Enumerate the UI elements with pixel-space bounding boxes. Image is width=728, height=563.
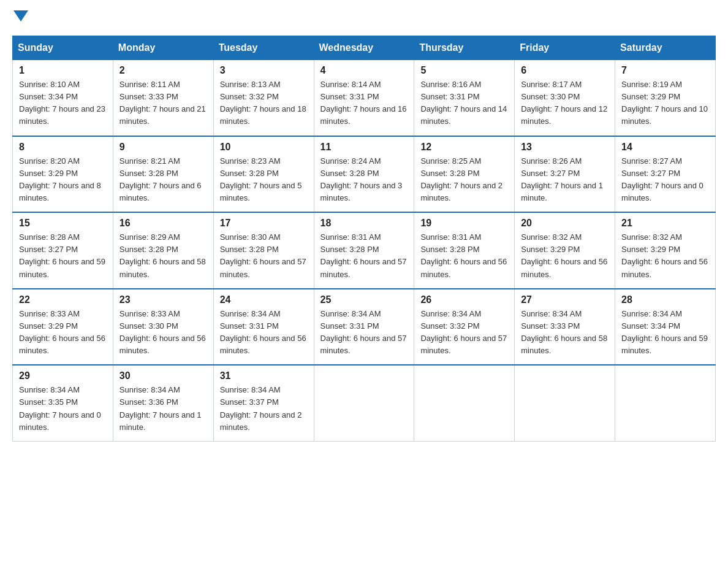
day-number: 12 xyxy=(420,142,508,153)
day-info: Sunrise: 8:26 AMSunset: 3:27 PMDaylight:… xyxy=(521,156,603,202)
day-of-week-header: Thursday xyxy=(414,36,515,60)
calendar-day-cell: 28 Sunrise: 8:34 AMSunset: 3:34 PMDaylig… xyxy=(615,289,716,366)
calendar-week-row: 15 Sunrise: 8:28 AMSunset: 3:27 PMDaylig… xyxy=(13,212,716,289)
day-info: Sunrise: 8:31 AMSunset: 3:28 PMDaylight:… xyxy=(420,232,507,278)
calendar-body: 1 Sunrise: 8:10 AMSunset: 3:34 PMDayligh… xyxy=(13,60,716,442)
day-number: 4 xyxy=(320,65,408,76)
day-of-week-header: Wednesday xyxy=(314,36,414,60)
day-info: Sunrise: 8:34 AMSunset: 3:36 PMDaylight:… xyxy=(119,385,202,431)
calendar-day-cell: 1 Sunrise: 8:10 AMSunset: 3:34 PMDayligh… xyxy=(13,60,113,136)
day-of-week-header: Saturday xyxy=(615,36,716,60)
day-number: 28 xyxy=(621,294,709,305)
day-number: 31 xyxy=(220,370,308,381)
day-info: Sunrise: 8:34 AMSunset: 3:31 PMDaylight:… xyxy=(320,309,407,355)
day-of-week-header: Sunday xyxy=(13,36,113,60)
day-info: Sunrise: 8:24 AMSunset: 3:28 PMDaylight:… xyxy=(320,156,403,202)
day-info: Sunrise: 8:23 AMSunset: 3:28 PMDaylight:… xyxy=(220,156,302,202)
day-of-week-header: Monday xyxy=(113,36,213,60)
calendar-day-cell: 20 Sunrise: 8:32 AMSunset: 3:29 PMDaylig… xyxy=(515,212,615,289)
day-info: Sunrise: 8:19 AMSunset: 3:29 PMDaylight:… xyxy=(621,80,708,126)
day-number: 24 xyxy=(220,294,308,305)
calendar-day-cell: 9 Sunrise: 8:21 AMSunset: 3:28 PMDayligh… xyxy=(113,136,213,213)
page-header xyxy=(12,12,716,23)
day-number: 11 xyxy=(320,142,408,153)
day-info: Sunrise: 8:21 AMSunset: 3:28 PMDaylight:… xyxy=(119,156,202,202)
day-info: Sunrise: 8:14 AMSunset: 3:31 PMDaylight:… xyxy=(320,80,407,126)
calendar-week-row: 1 Sunrise: 8:10 AMSunset: 3:34 PMDayligh… xyxy=(13,60,716,136)
day-info: Sunrise: 8:34 AMSunset: 3:31 PMDaylight:… xyxy=(220,309,306,355)
calendar-day-cell: 18 Sunrise: 8:31 AMSunset: 3:28 PMDaylig… xyxy=(314,212,414,289)
calendar-day-cell: 13 Sunrise: 8:26 AMSunset: 3:27 PMDaylig… xyxy=(515,136,615,213)
calendar-day-cell: 7 Sunrise: 8:19 AMSunset: 3:29 PMDayligh… xyxy=(615,60,716,136)
day-number: 27 xyxy=(521,294,609,305)
calendar-day-cell: 4 Sunrise: 8:14 AMSunset: 3:31 PMDayligh… xyxy=(314,60,414,136)
day-number: 21 xyxy=(621,218,709,229)
calendar-day-cell xyxy=(414,365,515,441)
day-number: 2 xyxy=(119,65,207,76)
logo xyxy=(12,12,28,23)
calendar-day-cell: 21 Sunrise: 8:32 AMSunset: 3:29 PMDaylig… xyxy=(615,212,716,289)
calendar-day-cell: 5 Sunrise: 8:16 AMSunset: 3:31 PMDayligh… xyxy=(414,60,515,136)
day-info: Sunrise: 8:34 AMSunset: 3:32 PMDaylight:… xyxy=(420,309,507,355)
day-info: Sunrise: 8:34 AMSunset: 3:34 PMDaylight:… xyxy=(621,309,708,355)
calendar-week-row: 8 Sunrise: 8:20 AMSunset: 3:29 PMDayligh… xyxy=(13,136,716,213)
day-info: Sunrise: 8:33 AMSunset: 3:30 PMDaylight:… xyxy=(119,309,206,355)
day-number: 1 xyxy=(19,65,107,76)
calendar-day-cell: 23 Sunrise: 8:33 AMSunset: 3:30 PMDaylig… xyxy=(113,289,213,366)
calendar-day-cell: 17 Sunrise: 8:30 AMSunset: 3:28 PMDaylig… xyxy=(213,212,314,289)
day-info: Sunrise: 8:34 AMSunset: 3:35 PMDaylight:… xyxy=(19,385,101,431)
day-info: Sunrise: 8:30 AMSunset: 3:28 PMDaylight:… xyxy=(220,232,306,278)
calendar-day-cell: 6 Sunrise: 8:17 AMSunset: 3:30 PMDayligh… xyxy=(515,60,615,136)
day-number: 30 xyxy=(119,370,207,381)
day-number: 29 xyxy=(19,370,107,381)
day-info: Sunrise: 8:13 AMSunset: 3:32 PMDaylight:… xyxy=(220,80,306,126)
day-number: 20 xyxy=(521,218,609,229)
calendar-day-cell xyxy=(515,365,615,441)
day-info: Sunrise: 8:32 AMSunset: 3:29 PMDaylight:… xyxy=(621,232,708,278)
calendar-day-cell: 14 Sunrise: 8:27 AMSunset: 3:27 PMDaylig… xyxy=(615,136,716,213)
day-info: Sunrise: 8:34 AMSunset: 3:33 PMDaylight:… xyxy=(521,309,607,355)
calendar-header: SundayMondayTuesdayWednesdayThursdayFrid… xyxy=(13,36,716,60)
day-number: 6 xyxy=(521,65,609,76)
calendar-day-cell: 3 Sunrise: 8:13 AMSunset: 3:32 PMDayligh… xyxy=(213,60,314,136)
calendar-day-cell: 30 Sunrise: 8:34 AMSunset: 3:36 PMDaylig… xyxy=(113,365,213,441)
calendar-day-cell: 22 Sunrise: 8:33 AMSunset: 3:29 PMDaylig… xyxy=(13,289,113,366)
day-number: 22 xyxy=(19,294,107,305)
calendar-day-cell: 19 Sunrise: 8:31 AMSunset: 3:28 PMDaylig… xyxy=(414,212,515,289)
day-info: Sunrise: 8:17 AMSunset: 3:30 PMDaylight:… xyxy=(521,80,607,126)
day-number: 26 xyxy=(420,294,508,305)
day-of-week-header: Tuesday xyxy=(213,36,314,60)
day-info: Sunrise: 8:27 AMSunset: 3:27 PMDaylight:… xyxy=(621,156,703,202)
day-info: Sunrise: 8:31 AMSunset: 3:28 PMDaylight:… xyxy=(320,232,407,278)
day-info: Sunrise: 8:11 AMSunset: 3:33 PMDaylight:… xyxy=(119,80,206,126)
calendar-week-row: 22 Sunrise: 8:33 AMSunset: 3:29 PMDaylig… xyxy=(13,289,716,366)
logo-triangle-icon xyxy=(13,10,28,21)
calendar-day-cell: 10 Sunrise: 8:23 AMSunset: 3:28 PMDaylig… xyxy=(213,136,314,213)
day-info: Sunrise: 8:33 AMSunset: 3:29 PMDaylight:… xyxy=(19,309,105,355)
day-info: Sunrise: 8:10 AMSunset: 3:34 PMDaylight:… xyxy=(19,80,105,126)
day-number: 15 xyxy=(19,218,107,229)
day-info: Sunrise: 8:34 AMSunset: 3:37 PMDaylight:… xyxy=(220,385,302,431)
day-number: 23 xyxy=(119,294,207,305)
calendar-day-cell xyxy=(314,365,414,441)
calendar-day-cell: 29 Sunrise: 8:34 AMSunset: 3:35 PMDaylig… xyxy=(13,365,113,441)
day-number: 25 xyxy=(320,294,408,305)
day-info: Sunrise: 8:25 AMSunset: 3:28 PMDaylight:… xyxy=(420,156,502,202)
day-number: 16 xyxy=(119,218,207,229)
day-info: Sunrise: 8:20 AMSunset: 3:29 PMDaylight:… xyxy=(19,156,101,202)
day-info: Sunrise: 8:32 AMSunset: 3:29 PMDaylight:… xyxy=(521,232,607,278)
calendar-day-cell: 12 Sunrise: 8:25 AMSunset: 3:28 PMDaylig… xyxy=(414,136,515,213)
day-number: 9 xyxy=(119,142,207,153)
calendar-day-cell: 27 Sunrise: 8:34 AMSunset: 3:33 PMDaylig… xyxy=(515,289,615,366)
calendar-day-cell: 11 Sunrise: 8:24 AMSunset: 3:28 PMDaylig… xyxy=(314,136,414,213)
calendar-day-cell xyxy=(615,365,716,441)
calendar-day-cell: 26 Sunrise: 8:34 AMSunset: 3:32 PMDaylig… xyxy=(414,289,515,366)
day-number: 19 xyxy=(420,218,508,229)
calendar-day-cell: 2 Sunrise: 8:11 AMSunset: 3:33 PMDayligh… xyxy=(113,60,213,136)
day-number: 5 xyxy=(420,65,508,76)
day-info: Sunrise: 8:16 AMSunset: 3:31 PMDaylight:… xyxy=(420,80,507,126)
day-number: 18 xyxy=(320,218,408,229)
calendar-day-cell: 31 Sunrise: 8:34 AMSunset: 3:37 PMDaylig… xyxy=(213,365,314,441)
day-number: 3 xyxy=(220,65,308,76)
day-number: 14 xyxy=(621,142,709,153)
